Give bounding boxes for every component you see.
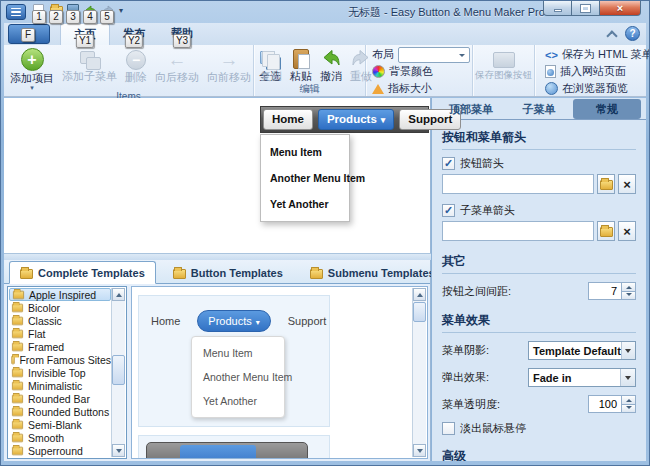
background-color-button[interactable]: 背景颜色 — [372, 64, 470, 79]
opacity-spinner[interactable]: 100 — [588, 395, 636, 413]
templates-panel: Complete Templates Button Templates Subm… — [4, 260, 431, 461]
qat-new-button[interactable]: 1 — [31, 3, 48, 19]
preview-menu-home[interactable]: Home — [151, 315, 180, 327]
template-preview-card-partial[interactable] — [138, 435, 330, 459]
qat-save-button[interactable]: 3 — [65, 3, 82, 19]
undo-button[interactable]: 撤消 — [316, 46, 346, 82]
canvas-dropdown-item[interactable]: Yet Another — [261, 191, 349, 217]
scroll-up-icon[interactable] — [112, 288, 125, 301]
button-arrow-browse-button[interactable] — [597, 174, 615, 194]
preview-menu-support[interactable]: Support — [288, 315, 327, 327]
template-item[interactable]: Rounded Buttons — [9, 405, 111, 418]
popup-effect-select[interactable]: Fade in — [528, 368, 636, 387]
template-preview-card[interactable]: Home Products▾ Support Menu Item Another… — [138, 295, 330, 427]
opacity-value[interactable]: 100 — [588, 395, 622, 413]
qat-dropdown-icon[interactable]: ▾ — [119, 3, 123, 19]
scroll-down-icon[interactable] — [413, 444, 426, 457]
template-item[interactable]: Bicolor — [9, 301, 111, 314]
insert-page-button[interactable]: 插入网站页面 — [545, 64, 650, 79]
preview-dropdown-item[interactable]: Menu Item — [192, 341, 284, 365]
spacing-spinner[interactable]: 7 — [588, 282, 636, 300]
qat-redo-button[interactable]: 5 — [99, 3, 116, 19]
design-canvas[interactable]: Home Products▾ Support Menu Item Another… — [4, 98, 431, 253]
preview-dropdown-item[interactable]: Yet Another — [192, 389, 284, 413]
spin-down-icon[interactable] — [622, 291, 636, 301]
collapse-ribbon-icon[interactable] — [605, 28, 619, 40]
webpage-icon — [545, 65, 556, 78]
spin-up-icon[interactable] — [622, 395, 636, 404]
close-button[interactable]: × — [599, 1, 641, 16]
shadow-select[interactable]: Template Default — [528, 341, 636, 360]
tab-top-menu[interactable]: 顶部菜单 — [437, 99, 505, 119]
spin-down-icon[interactable] — [622, 404, 636, 414]
template-item[interactable]: Invisible Top — [9, 366, 111, 379]
indicator-triangle-icon — [372, 84, 384, 94]
submenu-arrow-clear-button[interactable]: × — [618, 221, 636, 241]
spacing-value[interactable]: 7 — [588, 282, 622, 300]
indicator-size-button[interactable]: 指标大小 — [372, 81, 470, 96]
folder-icon — [13, 290, 24, 299]
qat-undo-button[interactable]: 4 — [82, 3, 99, 19]
horizontal-splitter[interactable] — [4, 253, 431, 260]
keytip-y1: Y1 — [76, 34, 94, 48]
canvas-dropdown-item[interactable]: Menu Item — [261, 139, 349, 165]
keytip-4: 4 — [83, 10, 97, 24]
preview-dropdown-item[interactable]: Another Menu Item — [192, 365, 284, 389]
tab-submenu[interactable]: 子菜单 — [505, 99, 573, 119]
keytip-y3: Y3 — [173, 34, 191, 48]
button-arrow-input[interactable] — [442, 174, 594, 194]
template-item[interactable]: Flat — [9, 327, 111, 340]
canvas-menu-home[interactable]: Home — [263, 109, 313, 130]
save-html-button[interactable]: <> 保存为 HTML 菜单 — [545, 47, 650, 62]
move-back-button[interactable]: ← 向后移动 — [151, 46, 203, 83]
template-item[interactable]: Minimalistic — [9, 379, 111, 392]
fadeout-hover-checkbox[interactable] — [442, 422, 455, 435]
scroll-up-icon[interactable] — [413, 288, 426, 301]
paste-button[interactable]: 粘贴 — [286, 46, 316, 82]
file-button[interactable]: F — [8, 24, 50, 44]
app-menu-icon[interactable] — [6, 4, 26, 20]
tab-button-templates[interactable]: Button Templates — [163, 261, 293, 284]
folder-icon — [20, 269, 33, 279]
scroll-thumb[interactable] — [413, 302, 426, 322]
layout-combo[interactable] — [398, 47, 470, 63]
ribbon-group-edit: 复制 粘贴 撤消 重做 编 — [254, 45, 366, 96]
qat-open-button[interactable]: 2 — [48, 3, 65, 19]
save-image-button[interactable]: 保存图像按钮 — [475, 46, 532, 81]
maximize-button[interactable] — [572, 1, 599, 16]
button-arrow-clear-button[interactable]: × — [618, 174, 636, 194]
preview-menu-products[interactable]: Products▾ — [197, 310, 270, 332]
template-item[interactable]: Smooth — [9, 431, 111, 444]
template-item[interactable]: Rounded Bar — [9, 392, 111, 405]
button-arrow-checkbox[interactable]: ✓ — [442, 157, 455, 170]
browser-preview-button[interactable]: 在浏览器预览 — [545, 81, 650, 96]
template-item[interactable]: Semi-Blank — [9, 418, 111, 431]
section-arrows-title: 按钮和菜单箭头 — [442, 126, 636, 150]
canvas-dropdown-item[interactable]: Another Menu Item — [261, 165, 349, 191]
submenu-arrow-browse-button[interactable] — [597, 221, 615, 241]
folder-icon — [11, 355, 15, 364]
tab-general[interactable]: 常规 — [573, 99, 641, 119]
template-item[interactable]: From Famous Sites — [9, 353, 111, 366]
folder-icon — [12, 381, 23, 390]
template-item[interactable]: Framed — [9, 340, 111, 353]
preview-scrollbar[interactable] — [412, 288, 426, 457]
move-forward-button[interactable]: → 向前移动 — [203, 46, 255, 83]
template-list-scrollbar[interactable] — [111, 288, 125, 457]
add-item-button[interactable]: + 添加项目 ▾ — [6, 46, 58, 91]
minimize-button[interactable] — [543, 1, 572, 16]
template-item[interactable]: Apple Inspired — [9, 288, 111, 301]
scroll-down-icon[interactable] — [112, 444, 125, 457]
scroll-thumb[interactable] — [112, 355, 125, 385]
template-item[interactable]: Classic — [9, 314, 111, 327]
tab-complete-templates[interactable]: Complete Templates — [9, 261, 156, 284]
add-submenu-button[interactable]: 添加子菜单 — [58, 46, 121, 82]
canvas-menu-products[interactable]: Products▾ — [318, 109, 394, 130]
submenu-arrow-input[interactable] — [442, 221, 594, 241]
template-item[interactable]: Superround — [9, 444, 111, 457]
submenu-arrow-checkbox[interactable]: ✓ — [442, 204, 455, 217]
spin-up-icon[interactable] — [622, 282, 636, 291]
delete-button[interactable]: − 删除 — [121, 46, 151, 83]
tab-submenu-templates[interactable]: Submenu Templates — [300, 261, 445, 284]
help-icon[interactable]: ? — [625, 26, 640, 41]
